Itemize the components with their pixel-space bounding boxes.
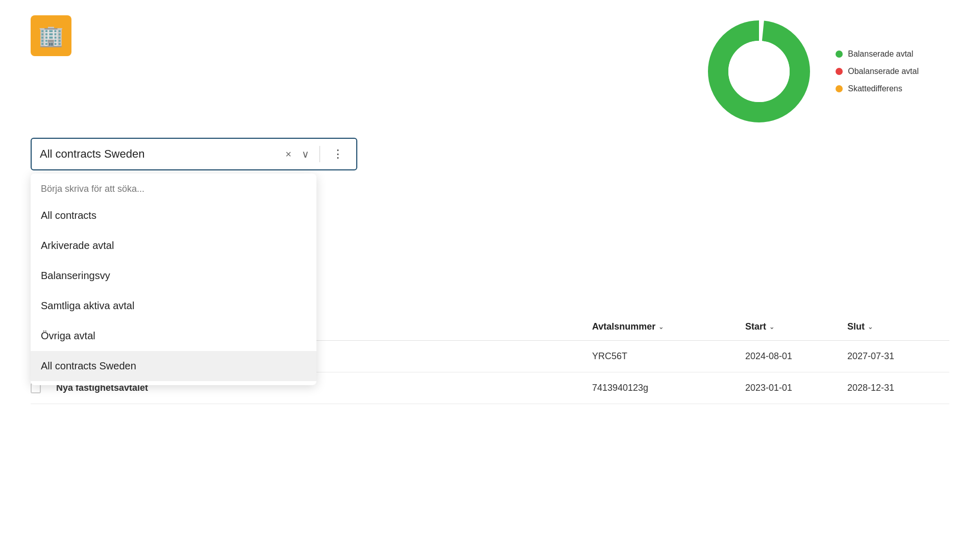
row1-start: 2024-08-01 [745,351,847,362]
dropdown-item-all-contracts-sweden[interactable]: All contracts Sweden [31,351,316,381]
chart-legend: Balanserade avtal Obalanserade avtal Ska… [836,49,919,93]
dropdown-item-all-contracts[interactable]: All contracts [31,201,316,231]
more-options-button[interactable]: ⋮ [328,145,348,163]
chart-area: 10 Balanserade avtal Obalanserade avtal … [703,15,919,128]
col-start: Start ⌄ [745,321,847,332]
col-slut: Slut ⌄ [847,321,949,332]
selector-wrapper: All contracts Sweden × ∨ ⋮ All contracts… [31,138,357,170]
row2-end: 2028-12-31 [847,383,949,393]
search-input[interactable] [41,184,306,194]
sort-slut-icon[interactable]: ⌄ [868,323,873,331]
legend-dot-balanced [836,51,843,58]
donut-total: 10 [751,63,767,80]
legend-dot-tax [836,85,843,92]
selector-divider [320,146,320,162]
legend-label-balanced: Balanserade avtal [848,49,913,59]
sort-avtalsnummer-icon[interactable]: ⌄ [658,323,664,331]
row1-end: 2027-07-31 [847,351,949,362]
page-container: 🏢 10 Balanserade avtal [0,0,980,551]
dropdown-item-balanseringsvy[interactable]: Balanseringsvy [31,261,316,291]
donut-chart: 10 [703,15,815,128]
row1-contract-number: YRC56T [592,351,745,362]
legend-item-unbalanced: Obalanserade avtal [836,67,919,76]
logo: 🏢 [31,15,71,56]
clear-button[interactable]: × [283,146,293,162]
building-icon: 🏢 [38,24,64,48]
selector-actions: × ∨ ⋮ [283,145,348,163]
chevron-down-icon[interactable]: ∨ [300,146,311,162]
legend-dot-unbalanced [836,68,843,75]
dropdown-item-ovriga[interactable]: Övriga avtal [31,321,316,351]
sort-start-icon[interactable]: ⌄ [769,323,774,331]
legend-label-unbalanced: Obalanserade avtal [848,67,919,76]
row2-contract-number: 7413940123g [592,383,745,393]
dropdown-item-arkiverade[interactable]: Arkiverade avtal [31,231,316,261]
col-avtalsnummer: Avtalsnummer ⌄ [592,321,745,332]
row2-start: 2023-01-01 [745,383,847,393]
dropdown-item-samtliga[interactable]: Samtliga aktiva avtal [31,291,316,321]
legend-item-balanced: Balanserade avtal [836,49,919,59]
dropdown-search[interactable] [31,178,316,201]
selector-value: All contracts Sweden [40,147,283,161]
dropdown-menu: All contracts Arkiverade avtal Balanseri… [31,173,316,385]
header: 🏢 10 Balanserade avtal [0,0,980,138]
main-content: All contracts Sweden × ∨ ⋮ All contracts… [0,138,980,170]
legend-item-tax: Skattedifferens [836,84,919,93]
selector-input[interactable]: All contracts Sweden × ∨ ⋮ [31,138,357,170]
legend-label-tax: Skattedifferens [848,84,902,93]
